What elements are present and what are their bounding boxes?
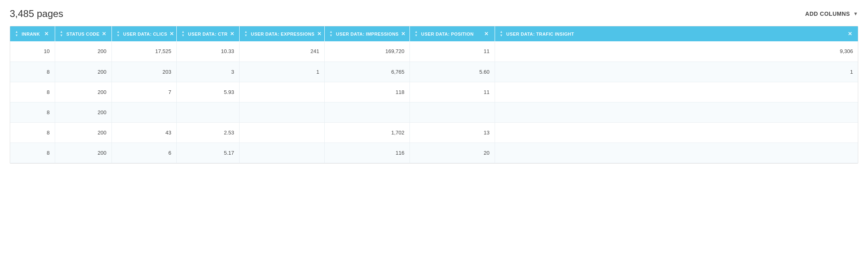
- sort-down-icon: ▼: [330, 34, 333, 37]
- sort-arrows-clics[interactable]: ▲ ▼: [117, 30, 120, 37]
- cell-user_data_ctr: 3: [176, 62, 239, 82]
- cell-user_data_trafic: 9,306: [495, 41, 858, 62]
- sort-arrows-impressions[interactable]: ▲ ▼: [330, 30, 333, 37]
- chevron-down-icon: ▼: [853, 11, 858, 17]
- cell-user_data_ctr: 2.53: [176, 122, 239, 143]
- cell-status_code: 200: [55, 82, 111, 102]
- table-wrapper: ▲ ▼ INRANK ✕ ▲: [10, 26, 858, 164]
- sort-arrows-trafic[interactable]: ▲ ▼: [500, 30, 503, 37]
- col-header-status-code[interactable]: ▲ ▼ STATUS CODE ✕: [55, 26, 111, 41]
- cell-user_data_impressions: [324, 102, 409, 122]
- table-row: 8200: [10, 102, 858, 122]
- cell-user_data_trafic: [495, 102, 858, 122]
- col-label-status-code: STATUS CODE: [66, 32, 100, 36]
- col-label-expressions: USER DATA: EXPRESSIONS: [251, 32, 315, 36]
- cell-user_data_impressions: 1,702: [324, 122, 409, 143]
- close-position-icon[interactable]: ✕: [483, 31, 489, 37]
- sort-up-icon: ▲: [117, 30, 120, 34]
- close-expressions-icon[interactable]: ✕: [316, 31, 322, 37]
- col-header-inrank[interactable]: ▲ ▼ INRANK ✕: [10, 26, 55, 41]
- sort-up-icon: ▲: [182, 30, 185, 34]
- table-row: 8200432.531,70213: [10, 122, 858, 143]
- page-header: 3,485 pages ADD COLUMNS ▼: [10, 8, 858, 19]
- col-label-impressions: USER DATA: IMPRESSIONS: [336, 32, 399, 36]
- table-body: 1020017,52510.33241169,720119,3068200203…: [10, 41, 858, 163]
- cell-inrank: 8: [10, 102, 55, 122]
- cell-inrank: 10: [10, 41, 55, 62]
- table-row: 8200203316,7655.601: [10, 62, 858, 82]
- cell-user_data_position: [409, 102, 495, 122]
- cell-user_data_expressions: 1: [239, 62, 324, 82]
- cell-user_data_expressions: 241: [239, 41, 324, 62]
- cell-user_data_expressions: [239, 143, 324, 163]
- page-wrapper: 3,485 pages ADD COLUMNS ▼: [0, 0, 868, 172]
- sort-down-icon: ▼: [244, 34, 248, 37]
- sort-down-icon: ▼: [15, 34, 18, 37]
- sort-down-icon: ▼: [60, 34, 63, 37]
- cell-user_data_expressions: [239, 102, 324, 122]
- sort-down-icon: ▼: [415, 34, 418, 37]
- col-header-impressions[interactable]: ▲ ▼ USER DATA: IMPRESSIONS ✕: [324, 26, 409, 41]
- cell-user_data_trafic: 1: [495, 62, 858, 82]
- col-label-ctr: USER DATA: CTR: [188, 32, 227, 36]
- col-header-clics[interactable]: ▲ ▼ USER DATA: CLICS ✕: [111, 26, 176, 41]
- close-impressions-icon[interactable]: ✕: [400, 31, 406, 37]
- sort-up-icon: ▲: [500, 30, 503, 34]
- col-label-position: USER DATA: POSITION: [421, 32, 474, 36]
- cell-user_data_ctr: 5.17: [176, 143, 239, 163]
- cell-user_data_impressions: 6,765: [324, 62, 409, 82]
- sort-arrows-ctr[interactable]: ▲ ▼: [182, 30, 185, 37]
- col-header-ctr[interactable]: ▲ ▼ USER DATA: CTR ✕: [176, 26, 239, 41]
- sort-up-icon: ▲: [415, 30, 418, 34]
- cell-user_data_clics: 203: [111, 62, 176, 82]
- col-label-clics: USER DATA: CLICS: [123, 32, 167, 36]
- cell-user_data_ctr: 10.33: [176, 41, 239, 62]
- cell-inrank: 8: [10, 62, 55, 82]
- table-row: 820065.1711620: [10, 143, 858, 163]
- add-columns-button[interactable]: ADD COLUMNS ▼: [805, 11, 858, 17]
- sort-up-icon: ▲: [330, 30, 333, 34]
- cell-user_data_clics: 6: [111, 143, 176, 163]
- sort-arrows-position[interactable]: ▲ ▼: [415, 30, 418, 37]
- close-status-icon[interactable]: ✕: [101, 31, 107, 37]
- sort-up-icon: ▲: [15, 30, 18, 34]
- cell-user_data_impressions: 169,720: [324, 41, 409, 62]
- sort-arrows-status[interactable]: ▲ ▼: [60, 30, 63, 37]
- cell-user_data_position: 11: [409, 41, 495, 62]
- cell-user_data_clics: 7: [111, 82, 176, 102]
- col-header-trafic[interactable]: ▲ ▼ USER DATA: TRAFIC INSIGHT ✕: [495, 26, 858, 41]
- cell-inrank: 8: [10, 122, 55, 143]
- cell-user_data_trafic: [495, 82, 858, 102]
- data-table: ▲ ▼ INRANK ✕ ▲: [10, 26, 858, 163]
- cell-user_data_ctr: 5.93: [176, 82, 239, 102]
- cell-user_data_trafic: [495, 143, 858, 163]
- cell-user_data_impressions: 116: [324, 143, 409, 163]
- cell-status_code: 200: [55, 62, 111, 82]
- cell-user_data_clics: 17,525: [111, 41, 176, 62]
- cell-user_data_trafic: [495, 122, 858, 143]
- cell-status_code: 200: [55, 122, 111, 143]
- close-trafic-icon[interactable]: ✕: [847, 31, 853, 37]
- cell-status_code: 200: [55, 143, 111, 163]
- cell-user_data_impressions: 118: [324, 82, 409, 102]
- col-header-position[interactable]: ▲ ▼ USER DATA: POSITION ✕: [409, 26, 495, 41]
- cell-user_data_position: 13: [409, 122, 495, 143]
- cell-user_data_clics: [111, 102, 176, 122]
- col-label-inrank: INRANK: [21, 32, 40, 36]
- close-ctr-icon[interactable]: ✕: [229, 31, 235, 37]
- page-title: 3,485 pages: [10, 8, 63, 19]
- sort-arrows-inrank[interactable]: ▲ ▼: [15, 30, 18, 37]
- sort-up-icon: ▲: [60, 30, 63, 34]
- cell-user_data_position: 11: [409, 82, 495, 102]
- cell-inrank: 8: [10, 143, 55, 163]
- col-header-expressions[interactable]: ▲ ▼ USER DATA: EXPRESSIONS ✕: [239, 26, 324, 41]
- cell-inrank: 8: [10, 82, 55, 102]
- sort-arrows-expressions[interactable]: ▲ ▼: [244, 30, 248, 37]
- cell-user_data_expressions: [239, 82, 324, 102]
- sort-up-icon: ▲: [244, 30, 248, 34]
- cell-user_data_position: 20: [409, 143, 495, 163]
- sort-down-icon: ▼: [500, 34, 503, 37]
- close-inrank-icon[interactable]: ✕: [43, 31, 49, 37]
- table-header-row: ▲ ▼ INRANK ✕ ▲: [10, 26, 858, 41]
- close-clics-icon[interactable]: ✕: [169, 31, 175, 37]
